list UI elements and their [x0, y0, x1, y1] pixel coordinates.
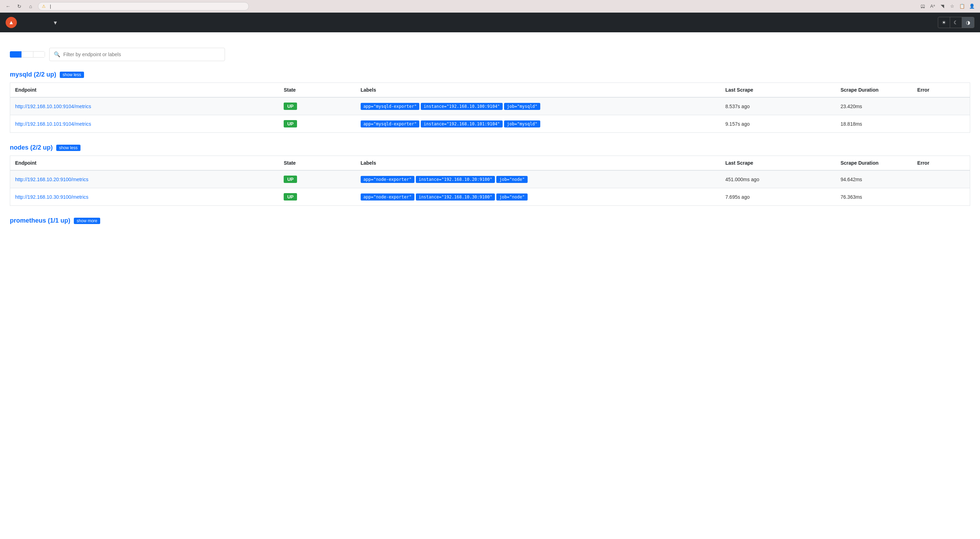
navbar: ▲ ▼ ☀ ☾ ◑	[0, 13, 980, 32]
brand-link[interactable]: ▲	[6, 17, 21, 28]
error-cell	[913, 188, 970, 206]
state-cell: UP	[279, 170, 355, 188]
duration-cell: 76.363ms	[835, 188, 912, 206]
translate-button[interactable]: Aᵃ	[929, 2, 936, 10]
search-input[interactable]	[63, 52, 220, 57]
section-show-button-prometheus[interactable]: show more	[74, 218, 100, 224]
browser-actions: 🕮 Aᵃ ◥ ☆ 📋 👤	[919, 2, 976, 10]
error-cell	[913, 97, 970, 115]
label-tag: job="mysqld"	[504, 103, 540, 110]
targets-table-mysqld: EndpointStateLabelsLast ScrapeScrape Dur…	[10, 82, 970, 133]
state-badge: UP	[284, 120, 297, 127]
col-header-state: State	[279, 83, 355, 98]
section-title-prometheus[interactable]: prometheus (1/1 up)	[10, 217, 70, 224]
filter-expand-button[interactable]	[33, 51, 45, 57]
section-header-prometheus: prometheus (1/1 up)show more	[10, 217, 970, 224]
col-header-labels: Labels	[356, 83, 721, 98]
labels-cell: app="node-exporter"instance="192.168.10.…	[356, 170, 721, 188]
filter-unhealthy-button[interactable]	[21, 51, 33, 57]
search-container[interactable]: 🔍	[49, 48, 225, 61]
label-tag: instance="192.168.10.101:9104"	[421, 120, 503, 127]
last-scrape-cell: 7.695s ago	[720, 188, 835, 206]
label-tag: job="node"	[496, 176, 527, 183]
col-header-scrape-duration: Scrape Duration	[835, 83, 912, 98]
section-mysqld: mysqld (2/2 up)show lessEndpointStateLab…	[10, 71, 970, 133]
profile-button[interactable]: 👤	[968, 2, 976, 10]
sections-container: mysqld (2/2 up)show lessEndpointStateLab…	[10, 71, 970, 224]
main-content: 🔍 mysqld (2/2 up)show lessEndpointStateL…	[0, 32, 980, 244]
url-separator: |	[50, 4, 51, 9]
labels-cell: app="mysqld-exporter"instance="192.168.1…	[356, 115, 721, 133]
labels-cell: app="node-exporter"instance="192.168.10.…	[356, 188, 721, 206]
section-show-button-nodes[interactable]: show less	[56, 145, 81, 151]
nav-help[interactable]	[64, 20, 72, 25]
duration-cell: 94.642ms	[835, 170, 912, 188]
collections-button[interactable]: 📋	[958, 2, 966, 10]
last-scrape-cell: 8.537s ago	[720, 97, 835, 115]
state-badge: UP	[284, 193, 297, 200]
theme-auto-button[interactable]: ◑	[962, 17, 974, 28]
dropdown-chevron: ▼	[53, 20, 58, 25]
theme-light-button[interactable]: ☀	[938, 17, 950, 28]
last-scrape-cell: 451.000ms ago	[720, 170, 835, 188]
labels-cell: app="mysqld-exporter"instance="192.168.1…	[356, 97, 721, 115]
table-row: http://192.168.10.20:9100/metricsUPapp="…	[10, 170, 970, 188]
endpoint-link[interactable]: http://192.168.10.100:9104/metrics	[15, 104, 91, 109]
endpoint-link[interactable]: http://192.168.10.30:9100/metrics	[15, 194, 89, 200]
home-button[interactable]: ⌂	[27, 2, 35, 10]
error-cell	[913, 115, 970, 133]
col-header-endpoint: Endpoint	[10, 156, 279, 171]
endpoint-cell: http://192.168.10.30:9100/metrics	[10, 188, 279, 206]
label-tag: job="mysqld"	[504, 120, 540, 127]
label-tag: app="mysqld-exporter"	[361, 120, 420, 127]
col-header-error: Error	[913, 83, 970, 98]
state-cell: UP	[279, 188, 355, 206]
label-tag: app="mysqld-exporter"	[361, 103, 420, 110]
filter-all-button[interactable]	[10, 51, 21, 57]
filter-buttons	[10, 51, 45, 57]
section-prometheus: prometheus (1/1 up)show more	[10, 217, 970, 224]
targets-table-nodes: EndpointStateLabelsLast ScrapeScrape Dur…	[10, 155, 970, 206]
section-show-button-mysqld[interactable]: show less	[60, 71, 84, 78]
split-view-button[interactable]: ◥	[939, 2, 946, 10]
last-scrape-cell: 9.157s ago	[720, 115, 835, 133]
reload-button[interactable]: ↻	[16, 2, 23, 10]
label-tag: job="node"	[496, 193, 527, 200]
favorites-button[interactable]: ☆	[948, 2, 956, 10]
filter-bar: 🔍	[10, 48, 970, 61]
nav-graph[interactable]	[37, 20, 46, 25]
back-button[interactable]: ←	[4, 2, 12, 10]
section-title-mysqld[interactable]: mysqld (2/2 up)	[10, 71, 56, 78]
reader-mode-button[interactable]: 🕮	[919, 2, 927, 10]
duration-cell: 23.420ms	[835, 97, 912, 115]
state-cell: UP	[279, 115, 355, 133]
endpoint-cell: http://192.168.10.100:9104/metrics	[10, 97, 279, 115]
browser-chrome: ← ↻ ⌂ ⚠ | 🕮 Aᵃ ◥ ☆ 📋 👤	[0, 0, 980, 13]
section-nodes: nodes (2/2 up)show lessEndpointStateLabe…	[10, 144, 970, 206]
nav-alerts[interactable]	[27, 20, 36, 25]
section-header-mysqld: mysqld (2/2 up)show less	[10, 71, 970, 78]
endpoint-link[interactable]: http://192.168.10.20:9100/metrics	[15, 177, 89, 182]
col-header-last-scrape: Last Scrape	[720, 156, 835, 171]
state-cell: UP	[279, 97, 355, 115]
theme-dark-button[interactable]: ☾	[950, 17, 962, 28]
label-tag: instance="192.168.10.30:9100"	[416, 193, 495, 200]
col-header-last-scrape: Last Scrape	[720, 83, 835, 98]
state-badge: UP	[284, 176, 297, 183]
label-tag: instance="192.168.10.20:9100"	[416, 176, 495, 183]
theme-controls: ☀ ☾ ◑	[938, 17, 974, 28]
table-row: http://192.168.10.30:9100/metricsUPapp="…	[10, 188, 970, 206]
endpoint-link[interactable]: http://192.168.10.101:9104/metrics	[15, 121, 91, 127]
duration-cell: 18.818ms	[835, 115, 912, 133]
table-row: http://192.168.10.101:9104/metricsUPapp=…	[10, 115, 970, 133]
col-header-state: State	[279, 156, 355, 171]
label-tag: instance="192.168.10.100:9104"	[421, 103, 503, 110]
endpoint-cell: http://192.168.10.101:9104/metrics	[10, 115, 279, 133]
col-header-endpoint: Endpoint	[10, 83, 279, 98]
section-title-nodes[interactable]: nodes (2/2 up)	[10, 144, 53, 151]
url-bar[interactable]: ⚠ |	[38, 2, 249, 11]
error-cell	[913, 170, 970, 188]
section-header-nodes: nodes (2/2 up)show less	[10, 144, 970, 151]
nav-status[interactable]: ▼	[47, 17, 62, 29]
search-icon: 🔍	[54, 51, 60, 57]
